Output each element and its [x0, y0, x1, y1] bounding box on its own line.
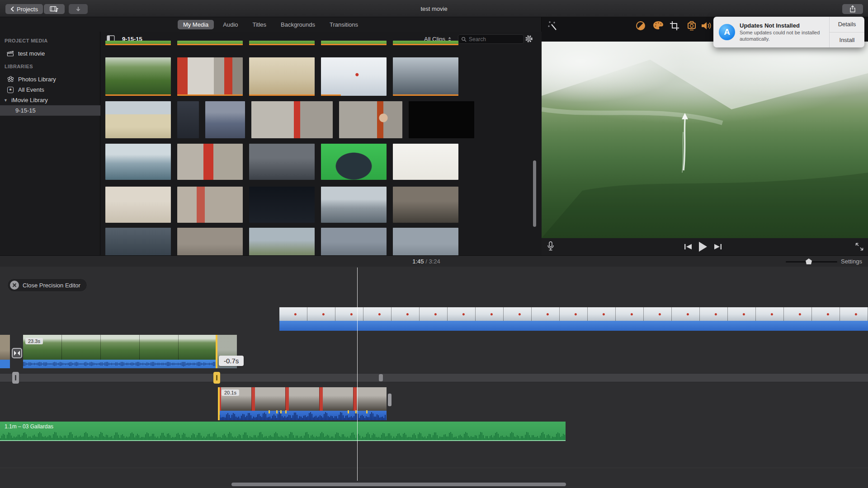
music-waveform	[0, 431, 566, 440]
music-track-label: 1.1m – 03 Gallardas	[5, 423, 53, 430]
media-thumbnail[interactable]	[251, 101, 333, 138]
media-thumbnail[interactable]	[177, 101, 199, 138]
media-thumbnail[interactable]	[321, 187, 387, 223]
media-thumbnail[interactable]	[105, 144, 171, 180]
filmstrip-frame	[560, 307, 588, 321]
sidebar-item-imovie-library[interactable]: ▼ iMovie Library	[0, 95, 100, 105]
media-thumbnail[interactable]	[177, 144, 243, 180]
timeline-scrollbar[interactable]	[231, 483, 566, 486]
search-field[interactable]	[458, 34, 524, 44]
notification-content: A Updates Not Installed Some updates cou…	[713, 17, 829, 47]
media-grid-row	[105, 101, 474, 138]
crop-icon[interactable]	[670, 21, 679, 31]
media-thumbnail[interactable]	[393, 144, 458, 180]
close-precision-editor-button[interactable]: Close Precision Editor	[7, 278, 87, 292]
media-thumbnail[interactable]	[105, 57, 171, 96]
timeline-settings-button[interactable]: Settings	[841, 258, 862, 265]
stabilization-camera-icon[interactable]	[686, 21, 698, 31]
sidebar-item-label: All Events	[18, 86, 44, 93]
media-thumbnail[interactable]	[393, 57, 458, 96]
libraries-sidebar: PROJECT MEDIA test movie LIBRARIES	[0, 32, 100, 255]
selected-edit-point-handle[interactable]	[213, 372, 220, 384]
previous-clip-fragment[interactable]	[0, 335, 10, 363]
transition-icon[interactable]	[12, 348, 22, 358]
media-thumbnail[interactable]	[409, 101, 474, 138]
media-thumbnail[interactable]	[177, 187, 243, 223]
sidebar-item-label: 9-15-15	[15, 107, 36, 114]
tab-audio[interactable]: Audio	[217, 20, 243, 29]
media-thumbnail[interactable]	[205, 101, 245, 138]
media-thumbnail[interactable]	[249, 144, 315, 180]
filmstrip-frame	[392, 307, 420, 321]
filmstrip-frame	[101, 335, 140, 360]
voiceover-mic-icon[interactable]	[547, 241, 554, 252]
skip-forward-icon[interactable]	[714, 244, 722, 250]
media-thumbnail[interactable]	[177, 41, 243, 45]
current-time: 1:45	[412, 258, 424, 265]
clip-end-grip[interactable]	[388, 394, 392, 406]
media-thumbnail[interactable]	[249, 228, 315, 255]
connected-clip-filmstrip[interactable]	[218, 387, 387, 411]
mountain-waterfall-art	[542, 42, 868, 238]
timeline-zoom-slider[interactable]	[786, 261, 837, 263]
install-button[interactable]: Install	[830, 32, 864, 48]
filmstrip-frame	[644, 307, 672, 321]
media-thumbnail[interactable]	[177, 57, 243, 96]
media-thumbnail[interactable]	[321, 144, 387, 180]
incoming-clip-audio[interactable]	[279, 321, 868, 331]
notification-actions: Details Install	[829, 17, 864, 47]
tab-backgrounds[interactable]: Backgrounds	[275, 20, 321, 29]
outgoing-clip-filmstrip[interactable]	[23, 335, 217, 360]
search-input[interactable]	[469, 36, 519, 42]
zoom-slider-thumb[interactable]	[806, 258, 812, 264]
precision-editor-divider[interactable]	[0, 373, 868, 382]
tab-titles[interactable]: Titles	[247, 20, 272, 29]
color-correction-palette-icon[interactable]	[653, 21, 664, 30]
trim-edge-handle[interactable]	[216, 335, 217, 368]
media-thumbnail[interactable]	[393, 41, 458, 45]
secondary-edit-handle[interactable]	[379, 374, 383, 381]
sidebar-item-photos-library[interactable]: Photos Library	[0, 74, 100, 84]
skip-back-icon[interactable]	[684, 244, 692, 250]
media-thumbnail[interactable]	[249, 57, 315, 96]
sidebar-item-all-events[interactable]: ★ All Events	[0, 84, 100, 95]
media-tabs: My MediaAudioTitlesBackgroundsTransition…	[0, 17, 542, 32]
play-icon[interactable]	[698, 242, 708, 252]
sidebar-item-event-9-15-15[interactable]: 9-15-15	[0, 105, 100, 116]
tab-transitions[interactable]: Transitions	[324, 20, 363, 29]
color-balance-icon[interactable]	[636, 21, 646, 31]
volume-icon[interactable]	[701, 21, 712, 31]
media-thumbnail[interactable]	[249, 41, 315, 45]
media-thumbnail[interactable]	[339, 101, 402, 138]
media-thumbnail[interactable]	[105, 187, 171, 223]
media-thumbnail[interactable]	[321, 57, 387, 96]
gear-icon[interactable]	[524, 34, 533, 43]
star-icon: ★	[6, 87, 14, 93]
share-icon	[849, 5, 856, 13]
sidebar-item-test-movie[interactable]: test movie	[0, 48, 100, 59]
background-music-track[interactable]: 1.1m – 03 Gallardas	[0, 422, 566, 441]
viewer-pane	[542, 17, 868, 255]
media-thumbnail[interactable]	[249, 187, 315, 223]
media-thumbnail[interactable]	[321, 41, 387, 45]
media-thumbnail[interactable]	[393, 228, 458, 255]
media-thumbnail[interactable]	[393, 187, 458, 223]
media-thumbnail[interactable]	[105, 101, 171, 138]
fullscreen-icon[interactable]	[855, 243, 863, 251]
share-button[interactable]	[842, 4, 863, 14]
media-thumbnail[interactable]	[321, 228, 387, 255]
browser-scrollbar[interactable]	[533, 160, 536, 227]
clip-duration-badge: 23.3s	[25, 338, 43, 344]
details-button[interactable]: Details	[830, 17, 864, 32]
filmstrip-frame	[588, 307, 616, 321]
media-thumbnail[interactable]	[177, 228, 243, 255]
media-thumbnail[interactable]	[105, 41, 171, 45]
edit-point-handle[interactable]	[12, 372, 19, 384]
incoming-clip-filmstrip[interactable]	[279, 307, 868, 321]
playhead[interactable]	[357, 267, 358, 481]
enhance-wand-icon[interactable]	[548, 21, 558, 31]
connected-clip-trim-handle[interactable]	[218, 387, 220, 420]
video-preview[interactable]	[542, 42, 868, 238]
tab-my-media[interactable]: My Media	[178, 20, 214, 29]
media-thumbnail[interactable]	[105, 228, 171, 255]
